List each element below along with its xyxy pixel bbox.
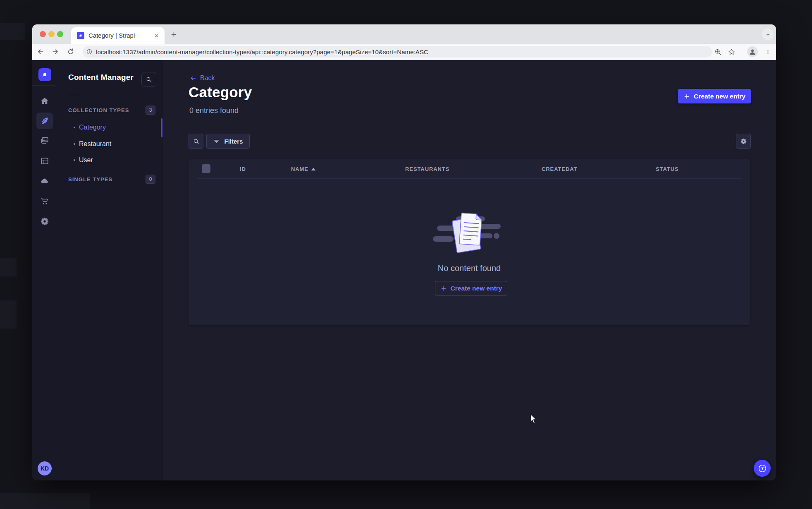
help-button[interactable]: ? bbox=[754, 460, 771, 477]
plus-icon bbox=[440, 285, 447, 292]
wallpaper-block bbox=[0, 258, 17, 276]
page-info-icon[interactable] bbox=[86, 48, 93, 55]
column-header-name[interactable]: NAME bbox=[291, 166, 315, 172]
content-manager-subnav: Content Manager COLLECTION TYPES 3 Categ… bbox=[57, 60, 163, 480]
sort-ascending-icon bbox=[311, 168, 315, 170]
column-header-createdat[interactable]: CREATEDAT bbox=[542, 166, 577, 172]
empty-create-entry-button[interactable]: Create new entry bbox=[435, 281, 507, 295]
sidebar-item-settings[interactable] bbox=[36, 213, 53, 230]
tab-search-chevron-icon[interactable] bbox=[762, 29, 774, 40]
wallpaper-block bbox=[0, 300, 17, 329]
sidebar-item-cloud[interactable] bbox=[36, 173, 53, 189]
user-avatar[interactable]: KD bbox=[38, 461, 52, 475]
strapi-app: KD Content Manager COLLECTION TYPES 3 Ca… bbox=[32, 60, 776, 480]
strapi-logo[interactable] bbox=[38, 68, 51, 81]
select-all-checkbox[interactable] bbox=[202, 164, 210, 173]
subnav-item-category[interactable]: Category bbox=[68, 122, 155, 133]
reload-icon[interactable] bbox=[66, 47, 76, 57]
subnav-item-restaurant[interactable]: Restaurant bbox=[68, 139, 155, 149]
back-link[interactable]: Back bbox=[189, 74, 215, 82]
collection-types-badge: 3 bbox=[146, 106, 155, 115]
subnav-divider bbox=[68, 95, 80, 95]
subnav-scrollbar[interactable] bbox=[161, 118, 162, 137]
bullet-icon bbox=[74, 143, 75, 145]
collection-types-label: COLLECTION TYPES bbox=[68, 107, 129, 113]
back-label: Back bbox=[200, 74, 215, 82]
url-text[interactable]: localhost:1337/admin/content-manager/col… bbox=[96, 48, 428, 55]
new-tab-button[interactable] bbox=[169, 29, 179, 39]
traffic-light-close[interactable] bbox=[40, 31, 46, 37]
column-header-status[interactable]: STATUS bbox=[656, 166, 679, 172]
subnav-title: Content Manager bbox=[68, 73, 134, 82]
browser-window: Category | Strapi bbox=[32, 24, 776, 480]
browser-toolbar: localhost:1337/admin/content-manager/col… bbox=[32, 44, 776, 60]
bullet-icon bbox=[74, 159, 75, 161]
sidebar-item-content-manager[interactable] bbox=[36, 113, 53, 129]
entries-count: 0 entries found bbox=[189, 106, 239, 115]
wallpaper-block bbox=[0, 23, 25, 40]
browser-profile-icon[interactable] bbox=[747, 46, 758, 57]
subnav-item-user[interactable]: User bbox=[68, 155, 155, 166]
plus-icon bbox=[683, 93, 690, 100]
tab-title: Category | Strapi bbox=[88, 27, 135, 44]
page-title: Category bbox=[189, 84, 252, 101]
forward-arrow-icon[interactable] bbox=[50, 47, 60, 57]
url-bar[interactable]: localhost:1337/admin/content-manager/col… bbox=[83, 46, 712, 58]
traffic-light-zoom[interactable] bbox=[57, 31, 63, 37]
subnav-search-button[interactable] bbox=[141, 72, 156, 87]
sidebar-item-content-type-builder[interactable] bbox=[36, 153, 53, 169]
sidebar-item-home[interactable] bbox=[36, 93, 53, 109]
mouse-cursor bbox=[530, 414, 538, 426]
kebab-menu-icon[interactable] bbox=[763, 47, 773, 57]
bookmark-star-icon[interactable] bbox=[726, 47, 736, 57]
create-entry-button[interactable]: Create new entry bbox=[678, 89, 751, 103]
back-arrow-icon bbox=[189, 74, 197, 82]
empty-state-message: No content found bbox=[189, 264, 750, 273]
question-mark-icon: ? bbox=[758, 464, 767, 473]
sidebar-item-marketplace[interactable] bbox=[36, 193, 53, 209]
desktop: Category | Strapi bbox=[0, 0, 812, 509]
browser-tab[interactable]: Category | Strapi bbox=[71, 27, 165, 44]
back-arrow-icon[interactable] bbox=[36, 47, 45, 57]
svg-text:?: ? bbox=[761, 466, 763, 471]
single-types-badge: 0 bbox=[146, 175, 155, 184]
zoom-search-icon[interactable] bbox=[713, 47, 723, 57]
sidebar-item-media-library[interactable] bbox=[36, 132, 53, 149]
user-initials: KD bbox=[41, 465, 49, 472]
wallpaper-block bbox=[0, 493, 90, 509]
empty-state-illustration bbox=[430, 207, 508, 257]
column-header-restaurants[interactable]: RESTAURANTS bbox=[405, 166, 449, 172]
table-settings-button[interactable] bbox=[736, 134, 751, 149]
filters-button[interactable]: Filters bbox=[206, 134, 250, 149]
main-nav-sidebar: KD bbox=[32, 60, 57, 480]
traffic-light-minimize[interactable] bbox=[48, 31, 55, 37]
entries-table: ID NAME RESTAURANTS CREATEDAT STATUS bbox=[189, 159, 750, 325]
strapi-favicon bbox=[77, 32, 84, 39]
table-header-divider bbox=[197, 178, 742, 179]
column-header-id[interactable]: ID bbox=[240, 166, 246, 172]
tab-close-icon[interactable] bbox=[152, 31, 160, 40]
sidebar-divider bbox=[32, 85, 57, 86]
single-types-label: SINGLE TYPES bbox=[68, 176, 112, 182]
bullet-icon bbox=[74, 127, 75, 128]
table-search-button[interactable] bbox=[189, 134, 203, 149]
filter-icon bbox=[213, 138, 220, 145]
browser-tab-strip: Category | Strapi bbox=[32, 24, 776, 44]
